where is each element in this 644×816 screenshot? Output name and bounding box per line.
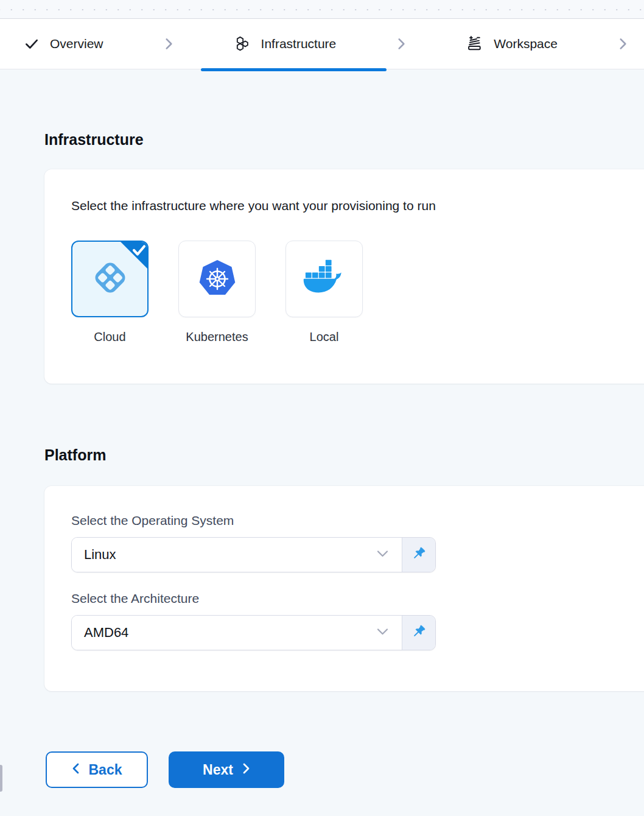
- dotted-canvas-strip: [0, 0, 644, 19]
- os-select[interactable]: Linux: [72, 538, 402, 572]
- step-workspace-label: Workspace: [494, 37, 558, 51]
- infrastructure-options: Cloud: [71, 241, 644, 344]
- platform-card: Select the Operating System Linux Select…: [44, 486, 644, 691]
- cloud-tile[interactable]: [71, 241, 149, 317]
- check-icon: [24, 36, 40, 52]
- os-select-value: Linux: [84, 547, 116, 563]
- kubernetes-tile[interactable]: [178, 241, 256, 317]
- step-workspace[interactable]: Workspace: [463, 35, 561, 52]
- stack-plus-icon: [466, 35, 483, 52]
- wizard-stepper: Overview Infrastructure: [0, 19, 644, 69]
- next-button-label: Next: [203, 762, 233, 778]
- infrastructure-section-title: Infrastructure: [44, 130, 644, 149]
- pushpin-icon: [411, 546, 427, 564]
- docker-whale-icon: [301, 259, 348, 298]
- option-local: Local: [285, 241, 363, 344]
- selected-check-badge: [120, 241, 148, 272]
- back-button-label: Back: [89, 762, 122, 778]
- arch-select-value: AMD64: [84, 625, 128, 641]
- back-button[interactable]: Back: [46, 751, 148, 788]
- chevron-down-icon: [377, 549, 388, 560]
- option-kubernetes: Kubernetes: [178, 241, 256, 344]
- local-tile[interactable]: [285, 241, 363, 317]
- os-pin-button[interactable]: [402, 538, 435, 572]
- cloud-tile-label: Cloud: [94, 330, 125, 344]
- step-overview-label: Overview: [50, 37, 103, 51]
- arch-select[interactable]: AMD64: [72, 616, 402, 650]
- option-cloud: Cloud: [71, 241, 149, 344]
- chevron-left-icon: [72, 762, 80, 778]
- pushpin-icon: [411, 624, 427, 642]
- chevron-right-icon: [616, 36, 629, 52]
- step-overview[interactable]: Overview: [20, 36, 107, 52]
- os-field-label: Select the Operating System: [71, 513, 644, 529]
- chevron-down-icon: [377, 627, 388, 638]
- arch-pin-button[interactable]: [402, 616, 435, 650]
- chevron-right-icon: [162, 36, 175, 52]
- infrastructure-card: Select the infrastructure where you want…: [44, 169, 644, 384]
- step-infrastructure[interactable]: Infrastructure: [230, 35, 340, 52]
- hexagons-icon: [234, 35, 251, 52]
- chevron-right-icon: [242, 762, 250, 778]
- chevron-right-icon: [394, 36, 408, 52]
- wizard-footer-actions: Back Next: [46, 751, 644, 788]
- kubernetes-tile-label: Kubernetes: [186, 330, 248, 344]
- arch-combo-group: AMD64: [71, 615, 436, 650]
- arch-field-label: Select the Architecture: [71, 591, 644, 607]
- local-tile-label: Local: [310, 330, 339, 344]
- step-infrastructure-label: Infrastructure: [261, 37, 337, 51]
- kubernetes-helm-icon: [197, 258, 237, 300]
- next-button[interactable]: Next: [169, 751, 284, 788]
- infrastructure-prompt: Select the infrastructure where you want…: [71, 198, 644, 213]
- platform-section-title: Platform: [44, 446, 644, 464]
- scrollbar-thumb[interactable]: [0, 765, 2, 792]
- active-step-underline: [201, 68, 387, 71]
- os-combo-group: Linux: [71, 537, 436, 572]
